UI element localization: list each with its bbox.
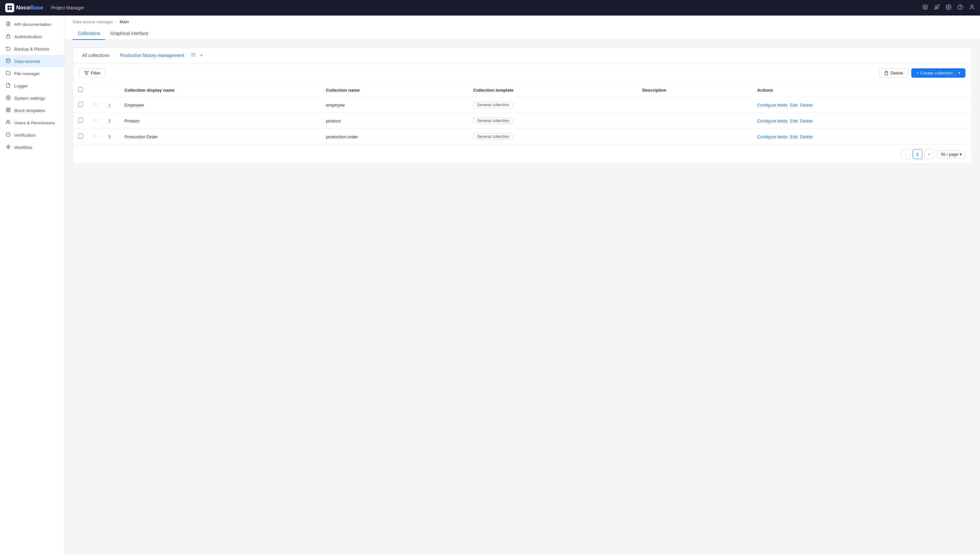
svg-rect-1 [10,5,12,8]
api-doc-icon [5,21,11,27]
users-permissions-icon [5,120,11,126]
row-1-delete[interactable]: Delete [800,103,813,107]
row-3-drag[interactable] [88,129,103,145]
logo-icon [5,3,14,12]
content-area: All collections Production factory manag… [65,40,980,555]
data-toolbar: Filter Delete + Create collection ▾ [73,63,972,83]
row-1-name: employee [321,97,468,113]
th-checkbox [73,83,88,97]
sidebar-item-verification[interactable]: Verification [0,129,64,141]
main-content: Data source manager › Main Collections G… [65,16,980,555]
block-templates-icon [5,107,11,113]
logger-icon [5,83,11,89]
svg-rect-15 [8,111,10,112]
breadcrumb-parent[interactable]: Data source manager [72,19,113,24]
logo[interactable]: NocoBase [5,3,43,12]
rocket-icon[interactable] [934,4,940,12]
create-collection-button[interactable]: + Create collection ▾ [911,68,966,78]
create-caret: ▾ [955,71,960,75]
toolbar-right: Delete + Create collection ▾ [879,68,966,78]
sidebar-label-file-manager: File manager [14,71,40,76]
row-3-checkbox[interactable] [78,134,83,139]
row-checkbox-2 [73,113,88,129]
sidebar-item-workflow[interactable]: Workflow [0,141,64,154]
collection-tab-all[interactable]: All collections [77,49,115,62]
svg-rect-16 [6,111,8,112]
svg-point-7 [971,5,973,7]
row-2-drag[interactable] [88,113,103,129]
verification-icon [5,132,11,138]
create-label: + Create collection [916,71,953,75]
sidebar: API documentation Authentication Backup … [0,16,65,555]
plugin-icon[interactable] [922,4,928,12]
settings-icon[interactable] [946,4,951,12]
row-3-delete[interactable]: Delete [800,135,813,139]
sidebar-item-system-settings[interactable]: System settings [0,92,64,104]
breadcrumb-area: Data source manager › Main Collections G… [65,16,980,40]
page-size-select[interactable]: 50 / page ▾ [937,150,966,158]
delete-label: Delete [891,71,903,75]
sidebar-item-data-sources[interactable]: Data sources [0,55,64,67]
tab-collections[interactable]: Collections [72,27,105,40]
current-page-button[interactable]: 1 [912,149,922,159]
table-row: 2 Product product General collection Con… [73,113,972,129]
select-all-checkbox[interactable] [78,87,83,92]
sidebar-label-api-documentation: API documentation [14,22,51,27]
row-2-display-name: Product [119,113,321,129]
next-page-button[interactable]: › [924,149,934,159]
table-row: 1 Employee employee General collection C… [73,97,972,113]
app-title: Project Manager [51,5,84,10]
row-1-configure-fields[interactable]: Configure fields [757,103,787,107]
collection-tabs-bar: All collections Production factory manag… [72,48,972,63]
row-2-configure-fields[interactable]: Configure fields [757,119,787,124]
row-checkbox-1 [73,97,88,113]
filter-button[interactable]: Filter [79,68,105,78]
tab-graphical-interface[interactable]: Graphical interface [105,27,154,40]
collections-table: Collection display name Collection name … [73,83,972,144]
sidebar-item-file-manager[interactable]: File manager [0,67,64,80]
collection-tab-add-button[interactable]: + [197,51,206,60]
breadcrumb-separator: › [116,19,117,24]
row-3-edit[interactable]: Edit [790,135,798,139]
sidebar-item-users-permissions[interactable]: Users & Permissions [0,117,64,129]
pagination: ‹ 1 › 50 / page ▾ [73,144,972,164]
user-icon[interactable] [969,4,975,12]
row-3-configure-fields[interactable]: Configure fields [757,135,787,139]
sidebar-label-workflow: Workflow [14,145,32,150]
page-tabs: Collections Graphical interface [72,27,972,40]
sidebar-item-block-templates[interactable]: Block templates [0,104,64,117]
trash-icon [884,71,888,75]
prev-page-button[interactable]: ‹ [901,149,911,159]
th-num [103,83,119,97]
delete-button[interactable]: Delete [879,68,908,78]
row-1-drag[interactable] [88,97,103,113]
file-manager-icon [5,71,11,76]
row-2-name: product [321,113,468,129]
sidebar-item-authentication[interactable]: Authentication [0,30,64,43]
sidebar-label-logger: Logger [14,83,28,88]
row-2-template: General collection [468,113,637,129]
sidebar-item-backup-restore[interactable]: Backup & Restore [0,43,64,55]
row-3-display-name: Production Order [119,129,321,145]
row-2-checkbox[interactable] [78,118,83,123]
svg-point-17 [7,120,8,122]
svg-point-12 [8,97,9,98]
table-row: 3 Production Order production-order Gene… [73,129,972,145]
svg-rect-14 [8,108,10,109]
sidebar-item-api-documentation[interactable]: API documentation [0,18,64,30]
row-2-delete[interactable]: Delete [800,119,813,124]
collection-tab-menu-icon[interactable] [189,51,197,60]
auth-icon [5,34,11,40]
help-icon[interactable] [957,4,963,12]
row-1-checkbox[interactable] [78,102,83,107]
svg-rect-0 [8,5,10,8]
row-3-actions: Configure fields Edit Delete [752,129,972,145]
row-1-template-badge: General collection [473,102,513,108]
svg-point-11 [6,59,10,60]
row-2-description [637,113,752,129]
th-drag [88,83,103,97]
collection-tab-production[interactable]: Production factory management [115,49,189,62]
row-1-edit[interactable]: Edit [790,103,798,107]
sidebar-item-logger[interactable]: Logger [0,80,64,92]
row-2-edit[interactable]: Edit [790,119,798,124]
